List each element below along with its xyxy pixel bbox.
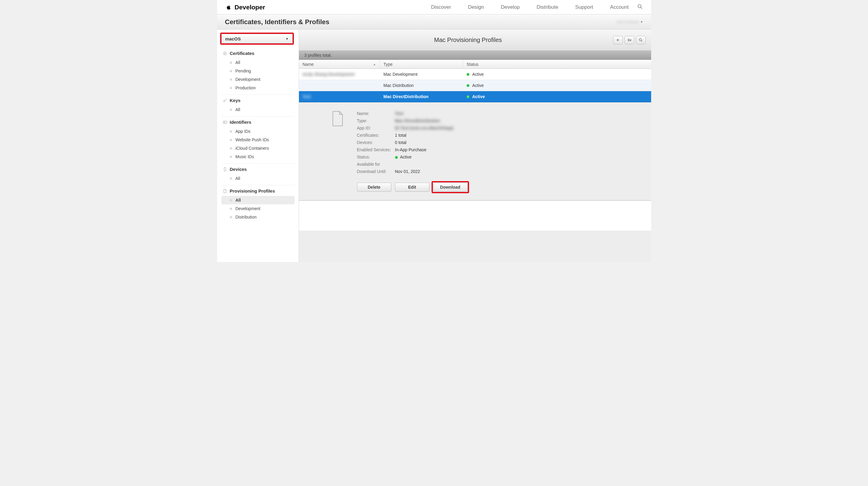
- section-identifiers: ID Identifiers: [221, 116, 294, 127]
- detail-appid-label: App ID:: [357, 125, 395, 131]
- sidebar-item-id-appids[interactable]: App IDs: [221, 127, 294, 135]
- status-dot-icon: [467, 95, 469, 98]
- list-edit-icon: [627, 38, 631, 42]
- add-button[interactable]: [613, 36, 623, 44]
- table-row[interactable]: Mac Distribution Active: [299, 80, 651, 91]
- section-title: Certificates: [230, 51, 255, 56]
- sidebar-item-cert-production[interactable]: Production: [221, 84, 294, 92]
- column-name[interactable]: Name▲: [299, 60, 380, 68]
- download-button[interactable]: Download: [433, 183, 467, 192]
- sort-asc-icon: ▲: [373, 63, 376, 66]
- gear-icon: [223, 51, 227, 56]
- annotation-highlight: [432, 181, 469, 193]
- content-footer-space: [299, 200, 651, 231]
- profile-type: Mac DirectDistribution: [383, 94, 429, 99]
- content-toolbar: Mac Provisioning Profiles: [299, 30, 651, 51]
- content-title: Mac Provisioning Profiles: [323, 36, 613, 43]
- nav-design[interactable]: Design: [468, 4, 484, 10]
- chevron-down-icon: ▼: [286, 37, 289, 40]
- detail-cert-value: 1 total: [395, 132, 406, 138]
- column-type[interactable]: Type: [380, 60, 463, 68]
- sidebar-item-profiles-distribution[interactable]: Distribution: [221, 213, 294, 221]
- section-keys: Keys: [221, 95, 294, 105]
- table-row[interactable]: Andy Zhang Development Mac Development A…: [299, 69, 651, 80]
- chevron-down-icon[interactable]: ▼: [640, 20, 643, 24]
- plus-icon: [616, 38, 620, 42]
- apple-logo-icon[interactable]: [226, 4, 231, 10]
- profile-name: Andy Zhang Development: [303, 72, 355, 77]
- detail-panel: Name:Test Type:Mac DirectDistribution Ap…: [299, 102, 651, 200]
- section-title: Identifiers: [230, 120, 252, 125]
- profile-status: Active: [472, 94, 485, 99]
- detail-cert-label: Certificates:: [357, 132, 395, 138]
- column-status[interactable]: Status: [463, 60, 651, 68]
- sidebar-item-cert-pending[interactable]: Pending: [221, 67, 294, 75]
- delete-button[interactable]: Delete: [357, 183, 392, 192]
- table-row-selected[interactable]: Test Mac DirectDistribution Active: [299, 91, 651, 102]
- status-dot-icon: [467, 73, 469, 76]
- document-icon: [223, 189, 227, 194]
- detail-type-value: Mac DirectDistribution: [395, 118, 440, 124]
- svg-line-1: [641, 7, 642, 9]
- sidebar-item-id-pushids[interactable]: Website Push IDs: [221, 135, 294, 144]
- key-icon: [223, 98, 227, 103]
- svg-line-14: [641, 40, 642, 41]
- sidebar-item-id-icloud[interactable]: iCloud Containers: [221, 144, 294, 153]
- svg-point-4: [223, 100, 225, 102]
- detail-status-label: Status:: [357, 154, 395, 160]
- search-button[interactable]: [636, 36, 646, 44]
- svg-point-3: [224, 53, 226, 54]
- status-dot-icon: [467, 84, 469, 87]
- device-icon: [223, 167, 227, 172]
- section-certificates: Certificates: [221, 48, 294, 58]
- profile-status: Active: [472, 83, 484, 88]
- sidebar-item-devices-all[interactable]: All: [221, 174, 294, 183]
- edit-button[interactable]: Edit: [395, 183, 430, 192]
- nav-distribute[interactable]: Distribute: [537, 4, 558, 10]
- search-icon[interactable]: [637, 4, 643, 10]
- nav-develop[interactable]: Develop: [501, 4, 520, 10]
- nav-support[interactable]: Support: [575, 4, 593, 10]
- profile-name: Test: [303, 94, 311, 99]
- profile-type: Mac Distribution: [383, 83, 414, 88]
- nav-account[interactable]: Account: [610, 4, 628, 10]
- detail-avail-label1: Available for: [357, 162, 395, 167]
- status-dot-icon: [395, 156, 398, 159]
- section-title: Devices: [230, 167, 247, 172]
- results-count: 3 profiles total.: [299, 51, 651, 60]
- table-header: Name▲ Type Status: [299, 60, 651, 69]
- brand-label[interactable]: Developer: [235, 4, 266, 11]
- svg-point-2: [223, 52, 226, 55]
- platform-select-label: macOS: [225, 36, 241, 41]
- sidebar-item-profiles-all[interactable]: All: [221, 196, 294, 204]
- section-profiles: Provisioning Profiles: [221, 185, 294, 196]
- svg-point-0: [638, 4, 641, 8]
- detail-name-label: Name:: [357, 111, 395, 116]
- detail-name-value: Test: [395, 111, 403, 116]
- sidebar-item-keys-all[interactable]: All: [221, 105, 294, 114]
- profile-type: Mac Development: [383, 72, 418, 77]
- detail-appid-value: ID Test (com.xxx.MacOSApp): [395, 125, 453, 131]
- detail-avail-label2: Download Until:: [357, 169, 395, 174]
- sidebar-item-id-musicids[interactable]: Music IDs: [221, 153, 294, 161]
- detail-type-label: Type:: [357, 118, 395, 124]
- sidebar: macOS ▼ Certificates All Pending Develop…: [217, 30, 299, 262]
- svg-text:ID: ID: [224, 121, 225, 123]
- detail-avail-value: Nov 01, 2022: [395, 169, 420, 174]
- svg-rect-7: [224, 167, 226, 171]
- user-menu-label[interactable]: Karl Graham: [617, 20, 639, 24]
- search-icon: [639, 38, 643, 42]
- detail-dev-value: 0 total: [395, 140, 406, 145]
- sidebar-item-cert-all[interactable]: All: [221, 58, 294, 67]
- id-icon: ID: [223, 120, 227, 125]
- sidebar-item-profiles-development[interactable]: Development: [221, 204, 294, 213]
- page-container: Developer Discover Design Develop Distri…: [217, 0, 651, 262]
- platform-select[interactable]: macOS ▼: [221, 34, 293, 43]
- edit-list-button[interactable]: [625, 36, 634, 44]
- page-title-bar: Certificates, Identifiers & Profiles Kar…: [217, 14, 651, 30]
- nav-discover[interactable]: Discover: [431, 4, 451, 10]
- detail-dev-label: Devices:: [357, 140, 395, 145]
- detail-status-value: Active: [395, 154, 412, 160]
- sidebar-item-cert-development[interactable]: Development: [221, 75, 294, 84]
- svg-point-13: [639, 39, 642, 41]
